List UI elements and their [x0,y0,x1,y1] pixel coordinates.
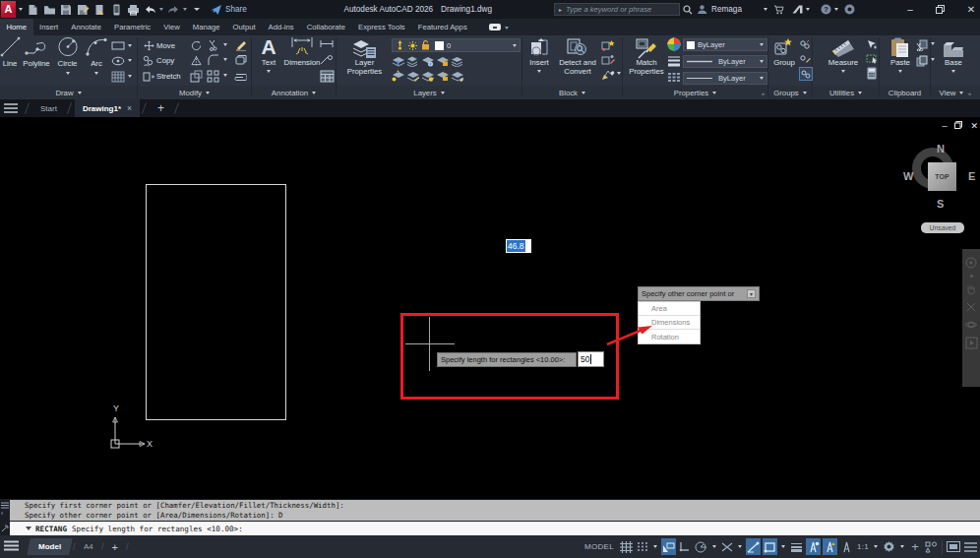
layer-stack-icon[interactable] [451,56,463,69]
create-block-icon[interactable] [601,39,615,53]
cut-icon[interactable] [916,39,928,53]
offset-icon[interactable] [234,71,247,84]
plot-preview-icon[interactable] [92,2,106,17]
layer-prev-icon[interactable] [421,70,434,84]
viewcube-north[interactable]: N [937,143,945,155]
rectangle-icon[interactable] [111,41,125,52]
block-attributes-icon[interactable] [601,69,615,83]
hatch-icon[interactable] [111,71,125,85]
multileader-icon[interactable] [320,55,334,67]
layer-match-icon[interactable] [406,70,419,84]
workspace-caret-icon[interactable] [900,545,904,548]
dynamic-input-toggle-icon[interactable] [661,538,676,555]
ungroup-icon[interactable] [799,39,811,52]
search-input[interactable]: ▸ Type a keyword or phrase [554,3,680,16]
move-label[interactable]: Move [156,41,175,50]
panel-label-view[interactable]: View» [931,87,972,99]
layer-select[interactable]: 0 [392,38,521,52]
base-caret-icon[interactable] [951,70,955,73]
copy-clip-caret-icon[interactable] [931,58,935,61]
scale-icon[interactable] [190,70,203,85]
annotation-scale-icon[interactable] [839,538,854,555]
rotate-icon[interactable] [191,40,202,53]
user-avatar-icon[interactable] [697,0,707,19]
stretch-label[interactable]: Stretch [156,72,181,81]
restore-button[interactable] [929,0,950,19]
isodraft-toggle-icon[interactable] [720,538,734,555]
help-icon[interactable]: ? [821,0,831,19]
new-file-icon[interactable] [26,2,39,17]
ribbon-tab-addins[interactable]: Add-ins [262,19,300,35]
base-button[interactable]: Base [937,37,970,73]
ribbon-tab-insert[interactable]: Insert [33,19,65,35]
polar-toggle-icon[interactable] [694,538,708,555]
layer-current-icon[interactable] [392,70,404,84]
grid-toggle-icon[interactable] [619,538,634,555]
help-caret-icon[interactable] [834,8,838,11]
block-attr-caret-icon[interactable] [617,72,621,75]
unsaved-view-button[interactable]: Unsaved [921,222,964,233]
assistant-icon[interactable] [844,0,855,19]
redo-icon[interactable] [166,2,180,17]
osnap-tracking-toggle-icon[interactable] [746,538,761,555]
file-tab-drawing1[interactable]: Drawing1* × [75,99,140,117]
trim-caret-icon[interactable] [223,43,227,46]
copy-label[interactable]: Copy [156,56,174,65]
osnap-caret-icon[interactable] [781,545,785,548]
print-icon[interactable] [126,2,140,17]
cmd-history-icon[interactable] [1,502,9,509]
lineweight-toggle-icon[interactable] [789,538,804,555]
share-icon[interactable] [209,2,222,17]
viewcube-east[interactable]: E [968,170,975,182]
file-tab-start[interactable]: Start [32,99,65,117]
ribbon-tab-manage[interactable]: Manage [186,19,226,35]
customization-icon[interactable] [963,538,978,555]
dimension-button[interactable]: Dimension [283,35,321,68]
layer-select-caret-icon[interactable] [513,44,517,47]
ellipse-icon[interactable] [111,56,125,68]
drawn-rectangle[interactable] [146,184,286,420]
layer-walk-icon[interactable] [451,70,463,84]
layer-unlock-icon[interactable] [436,70,449,84]
measure-button[interactable]: Measure [823,37,864,73]
recent-commands-icon[interactable] [26,527,31,530]
new-layout-button[interactable]: + [105,541,123,553]
hatch-caret-icon[interactable] [128,75,132,78]
ribbon-tab-parametric[interactable]: Parametric [108,19,157,35]
insert-caret-icon[interactable] [537,70,541,73]
model-space-label[interactable]: MODEL [584,542,614,551]
ribbon-tab-output[interactable]: Output [226,19,262,35]
clean-screen-icon[interactable] [946,538,961,555]
polyline-button[interactable]: Polyline [23,36,50,69]
copy-clip-icon[interactable] [916,55,928,69]
id-point-icon[interactable] [866,39,878,52]
cmd-wrench-icon[interactable] [1,525,9,532]
qat-customize-caret-icon[interactable] [194,8,200,11]
array-icon[interactable] [207,70,219,85]
dwg-close-icon[interactable]: ✕ [970,121,978,131]
ribbon-tab-home[interactable]: Home [0,19,33,35]
undo-caret-icon[interactable] [159,8,163,11]
ribbon-tab-featured-apps[interactable]: Featured Apps [411,19,473,35]
linetype-caret-icon[interactable] [760,77,764,80]
ribbon-tab-annotate[interactable]: Annotate [65,19,108,35]
snap-toggle-icon[interactable] [636,538,649,555]
undo-icon[interactable] [143,2,156,17]
ribbon-options-caret-icon[interactable] [505,27,509,30]
layer-freeze-icon[interactable] [421,56,434,69]
fillet-icon[interactable] [208,54,219,68]
lineweight-select[interactable]: ByLayer [683,55,767,68]
edit-block-icon[interactable] [601,54,615,68]
layer-lock-icon[interactable] [436,56,449,69]
command-history[interactable]: Specify first corner point or [Chamfer/E… [10,500,980,521]
layer-properties-button[interactable]: Layer Properties [342,37,387,77]
hardware-accel-icon[interactable] [924,538,939,555]
annotation-visibility-toggle-icon[interactable] [806,538,821,555]
move-icon[interactable] [144,40,154,53]
open-folder-icon[interactable] [42,2,56,17]
save-icon[interactable] [59,2,73,17]
circle-button[interactable]: Circle [56,36,79,75]
scale-caret-icon[interactable] [874,545,878,548]
cart-icon[interactable] [773,0,784,19]
paste-button[interactable]: Paste [887,37,914,73]
